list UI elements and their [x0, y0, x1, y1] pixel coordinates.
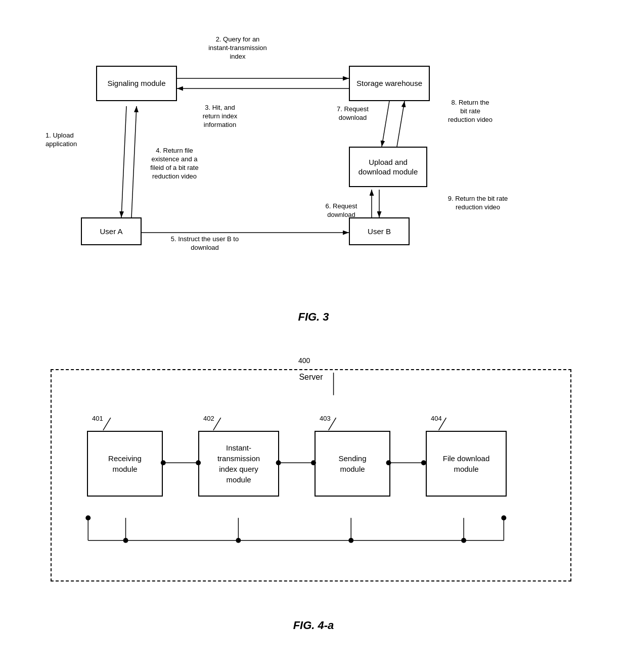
page: Signaling module Storage warehouse Uploa… [0, 0, 627, 672]
label-3: 3. Hit, andreturn indexinformation [177, 104, 263, 129]
file-download-label: File downloadmodule [443, 453, 490, 474]
num-402: 402 [203, 415, 214, 422]
upload-download-label: Upload anddownload module [359, 157, 418, 177]
storage-warehouse-label: Storage warehouse [356, 78, 422, 88]
svg-point-24 [501, 515, 506, 520]
fig3-title: FIG. 3 [298, 310, 329, 324]
instant-module-label: Instant-transmissionindex querymodule [217, 442, 260, 485]
receiving-module-box: Receivingmodule [87, 431, 163, 497]
label-7: 7. Requestdownload [329, 105, 377, 122]
label-9: 9. Return the bit ratereduction video [435, 195, 521, 212]
svg-point-32 [461, 538, 466, 543]
num-404: 404 [431, 415, 442, 422]
fig4a-diagram: 400 Server Receivingmodule Instant-trans… [30, 344, 597, 637]
label-2: 2. Query for aninstant-transmissionindex [187, 35, 288, 61]
label-4: 4. Return fileexistence and afileid of a… [131, 147, 217, 181]
label-8: 8. Return thebit ratereduction video [437, 99, 503, 124]
svg-point-26 [123, 538, 128, 543]
user-a-label: User A [100, 227, 122, 237]
file-download-module-box: File downloadmodule [426, 431, 507, 497]
server-label: Server [299, 373, 323, 382]
svg-line-35 [213, 418, 221, 430]
user-b-label: User B [368, 227, 391, 237]
sending-module-label: Sendingmodule [338, 453, 366, 474]
svg-point-20 [85, 515, 91, 520]
svg-line-4 [382, 101, 389, 147]
storage-warehouse-box: Storage warehouse [349, 66, 430, 101]
num-403: 403 [320, 415, 331, 422]
svg-line-7 [121, 106, 126, 217]
svg-point-30 [348, 538, 353, 543]
signaling-module-label: Signaling module [107, 78, 165, 88]
svg-line-34 [103, 418, 111, 430]
label-400: 400 [298, 356, 310, 365]
server-outer-box: Server Receivingmodule Instant-transmiss… [51, 369, 571, 581]
user-a-box: User A [81, 217, 142, 245]
svg-line-5 [397, 101, 405, 147]
fig3-diagram: Signaling module Storage warehouse Uploa… [30, 15, 597, 329]
label-6: 6. Requestdownload [314, 202, 369, 219]
instant-module-box: Instant-transmissionindex querymodule [198, 431, 279, 497]
num-401: 401 [92, 415, 103, 422]
user-b-box: User B [349, 217, 410, 245]
signaling-module-box: Signaling module [96, 66, 177, 101]
label-1: 1. Upload application [46, 131, 101, 149]
label-5: 5. Instruct the user B todownload [149, 235, 260, 252]
fig3-arrows [30, 15, 597, 329]
upload-download-module-box: Upload anddownload module [349, 147, 427, 187]
svg-point-28 [236, 538, 241, 543]
sending-module-box: Sendingmodule [315, 431, 390, 497]
receiving-module-label: Receivingmodule [108, 453, 142, 474]
fig4a-title: FIG. 4-a [293, 619, 334, 632]
